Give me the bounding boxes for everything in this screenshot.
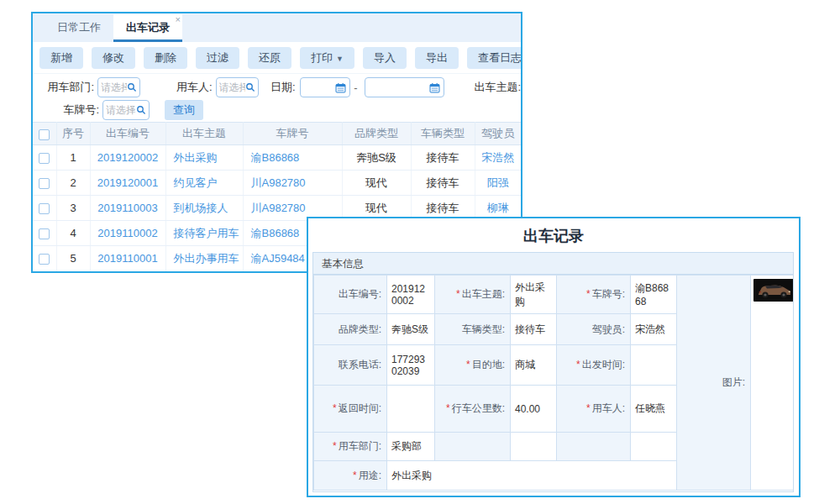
required-asterisk: * — [333, 402, 337, 414]
required-asterisk: * — [353, 470, 357, 481]
toolbar-button-edit[interactable]: 修改 — [92, 47, 135, 69]
dept-filter-input[interactable]: 请选择 — [97, 77, 140, 97]
detail-form-body: 出车编号:2019120002*出车主题:外出采购*车牌号:渝B86868图片:… — [314, 276, 795, 491]
row-checkbox[interactable] — [39, 178, 50, 189]
column-header: 序号 — [56, 123, 90, 145]
row-checkbox[interactable] — [39, 203, 50, 214]
row-checkbox[interactable] — [39, 228, 50, 239]
cell-seq: 1 — [56, 145, 90, 171]
column-header: 车辆类型 — [411, 123, 475, 145]
cell-brand: 现代 — [342, 171, 411, 196]
field-value: 商城 — [511, 345, 557, 386]
field-label: *出车主题: — [435, 276, 511, 314]
toolbar-button-view-log[interactable]: 查看日志 — [467, 47, 522, 69]
plate-filter-label: 车牌号: — [47, 102, 99, 118]
caret-down-icon: ▼ — [336, 55, 344, 63]
toolbar-button-print[interactable]: 打印▼ — [300, 47, 354, 69]
image-field-value — [751, 276, 795, 491]
table-row: 12019120002外出采购渝B86868奔驰S级接待车宋浩然 — [33, 145, 521, 171]
cell-no[interactable]: 2019110002 — [90, 221, 165, 246]
detail-title: 出车记录 — [308, 218, 799, 253]
cell-no[interactable]: 2019120002 — [90, 145, 165, 171]
table-header-row: 序号出车编号出车主题车牌号品牌类型车辆类型驾驶员 — [33, 123, 521, 145]
toolbar-button-export[interactable]: 导出 — [415, 47, 459, 69]
basic-info-header: 基本信息 — [313, 253, 793, 275]
image-field-label: 图片: — [677, 276, 751, 491]
cell-vtype: 接待车 — [411, 145, 475, 171]
calendar-icon — [335, 82, 346, 93]
cell-no[interactable]: 2019110003 — [90, 196, 165, 221]
toolbar-button-add[interactable]: 新增 — [39, 47, 83, 69]
tab-bar: 日常工作 出车记录 × — [33, 13, 521, 42]
field-value: 外出采购 — [387, 461, 677, 491]
cell-subject[interactable]: 到机场接人 — [165, 196, 243, 221]
detail-form-table: 出车编号:2019120002*出车主题:外出采购*车牌号:渝B86868图片:… — [313, 275, 794, 491]
query-button[interactable]: 查询 — [165, 100, 203, 120]
field-label: 品牌类型: — [314, 314, 387, 345]
car-photo — [753, 279, 794, 302]
cell-seq: 5 — [56, 246, 90, 271]
plate-filter-input[interactable]: 请选择 — [102, 100, 150, 120]
date-filter-label: 日期: — [269, 80, 296, 95]
tab-dispatch-record-label: 出车记录 — [126, 21, 170, 34]
cell-driver[interactable]: 阳强 — [475, 171, 521, 196]
cell-plate[interactable]: 川A982780 — [243, 171, 342, 196]
filter-area: 用车部门: 请选择 用车人: 请选择 日期: - — [33, 74, 521, 122]
dept-filter-label: 用车部门: — [47, 80, 94, 95]
field-value: 宋浩然 — [631, 314, 677, 345]
select-all-checkbox[interactable] — [39, 129, 50, 140]
field-value — [511, 433, 557, 461]
row-checkbox[interactable] — [39, 153, 50, 164]
date-range-separator: - — [354, 81, 357, 94]
cell-seq: 3 — [56, 196, 90, 221]
cell-subject[interactable]: 接待客户用车 — [165, 221, 243, 246]
cell-seq: 2 — [56, 171, 90, 196]
field-value: 接待车 — [511, 314, 557, 345]
field-label: 出车编号: — [314, 276, 387, 314]
toolbar-button-filter[interactable]: 过滤 — [196, 47, 239, 69]
basic-info-panel: 基本信息 出车编号:2019120002*出车主题:外出采购*车牌号:渝B868… — [312, 252, 794, 492]
field-value: 2019120002 — [387, 276, 435, 314]
toolbar-button-delete[interactable]: 删除 — [144, 47, 187, 69]
toolbar-button-restore[interactable]: 还原 — [248, 47, 291, 69]
tab-daily-work[interactable]: 日常工作 — [45, 14, 113, 42]
toolbar-button-import[interactable]: 导入 — [363, 47, 407, 69]
field-value — [631, 345, 677, 386]
field-value: 采购部 — [387, 433, 435, 461]
subject-filter-label: 出车主题: — [474, 80, 521, 95]
user-filter-input[interactable]: 请选择 — [216, 77, 259, 97]
column-header: 车牌号 — [243, 123, 342, 145]
filter-row-1: 用车部门: 请选择 用车人: 请选择 日期: - — [33, 76, 521, 99]
required-asterisk: * — [333, 440, 337, 452]
field-label: *目的地: — [435, 345, 511, 386]
calendar-icon — [429, 82, 440, 93]
required-asterisk: * — [446, 402, 450, 414]
search-icon — [127, 82, 137, 92]
cell-plate[interactable]: 渝B86868 — [243, 145, 342, 171]
cell-no[interactable]: 2019110001 — [90, 246, 165, 271]
field-label: *返回时间: — [314, 386, 387, 433]
field-label: 驾驶员: — [557, 314, 631, 345]
field-label — [435, 433, 511, 461]
cell-subject[interactable]: 约见客户 — [165, 171, 243, 196]
cell-vtype: 接待车 — [411, 171, 475, 196]
field-label: *出发时间: — [557, 345, 631, 386]
tab-close-icon[interactable]: × — [176, 15, 181, 24]
tab-dispatch-record[interactable]: 出车记录 × — [113, 14, 182, 42]
cell-driver[interactable]: 宋浩然 — [475, 145, 521, 171]
user-filter-label: 用车人: — [174, 80, 212, 95]
date-to-input[interactable] — [365, 77, 444, 97]
field-label: *行车公里数: — [435, 386, 511, 433]
plate-placeholder: 请选择 — [106, 103, 136, 118]
cell-seq: 4 — [56, 221, 90, 246]
row-checkbox[interactable] — [39, 254, 50, 265]
date-from-input[interactable] — [300, 77, 351, 97]
column-header: 出车主题 — [165, 123, 243, 145]
cell-no[interactable]: 2019120001 — [90, 171, 165, 196]
field-label: *用车部门: — [314, 433, 387, 461]
dispatch-detail-window: 出车记录 基本信息 出车编号:2019120002*出车主题:外出采购*车牌号:… — [307, 217, 801, 497]
field-value: 任晓燕 — [631, 386, 677, 433]
cell-subject[interactable]: 外出采购 — [165, 145, 243, 171]
search-icon — [245, 82, 255, 92]
cell-subject[interactable]: 外出办事用车 — [165, 246, 243, 271]
